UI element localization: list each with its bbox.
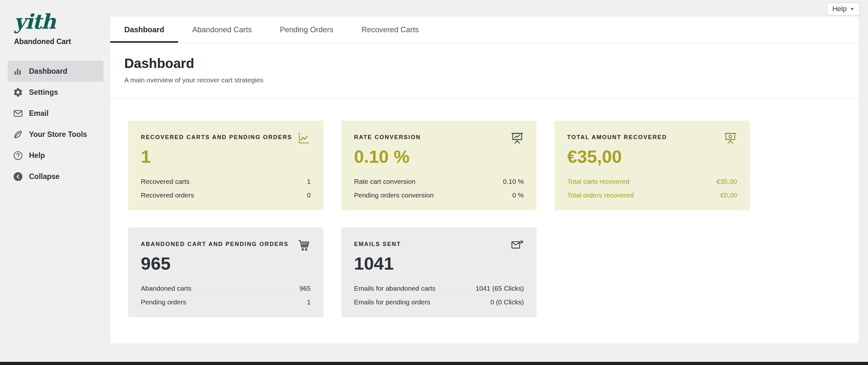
stat-row: Rate cart conversion 0.10 % [354, 175, 524, 188]
sidebar-item-label: Collapse [29, 172, 60, 181]
stat-label: Recovered carts [141, 178, 190, 186]
stat-label: Emails for pending orders [354, 298, 430, 306]
sidebar: yith Abandoned Cart Dashboard Settings [0, 0, 110, 365]
card-value: 965 [141, 254, 311, 273]
collapse-icon [13, 171, 23, 182]
page-header: Dashboard A main overview of your recove… [110, 43, 859, 98]
card-recovered-carts-and-pending-orders: RECOVERED CARTS AND PENDING ORDERS 1 Rec… [128, 121, 323, 210]
card-title: RATE CONVERSION [354, 132, 421, 141]
envelope-icon [13, 108, 23, 119]
stat-row: Emails for abandoned carts 1041 (65 Clic… [354, 282, 524, 295]
card-value: €35,00 [567, 147, 737, 166]
dashboard-content: RECOVERED CARTS AND PENDING ORDERS 1 Rec… [110, 98, 859, 317]
stat-value: 0 (0 Clicks) [490, 298, 524, 306]
sidebar-menu: Dashboard Settings Email [0, 61, 110, 187]
help-button-label: Help [832, 5, 847, 13]
tab-pending-orders[interactable]: Pending Orders [266, 17, 347, 43]
stat-value: 0 % [513, 191, 524, 199]
dashboard-chart-icon [13, 66, 23, 77]
stat-row: Recovered orders 0 [141, 188, 311, 202]
sidebar-item-label: Email [29, 109, 49, 118]
stat-value: €0,00 [720, 191, 737, 199]
gear-icon [13, 87, 23, 97]
stat-label: Abandoned carts [141, 285, 191, 292]
stat-row: Abandoned carts 965 [141, 282, 311, 295]
stat-row: Emails for pending orders 0 (0 Clicks) [354, 295, 524, 309]
sidebar-item-settings[interactable]: Settings [8, 82, 103, 103]
stat-label: Emails for abandoned carts [354, 285, 436, 292]
stat-cards-grid: RECOVERED CARTS AND PENDING ORDERS 1 Rec… [128, 121, 841, 317]
stat-label: Recovered orders [141, 191, 194, 199]
sidebar-item-collapse[interactable]: Collapse [8, 166, 103, 187]
card-total-amount-recovered: TOTAL AMOUNT RECOVERED €35,00 Total cart… [554, 121, 750, 210]
card-emails-sent: EMAILS SENT 1041 Emails for abandoned ca… [341, 227, 537, 317]
card-title: EMAILS SENT [354, 238, 401, 248]
question-circle-icon [13, 150, 23, 161]
page-subtitle: A main overview of your recover cart str… [124, 76, 845, 84]
tab-bar: Dashboard Abandoned Carts Pending Orders… [110, 17, 859, 43]
stat-label: Total orders recovered [567, 191, 634, 199]
stat-label: Total carts recovered [567, 178, 629, 186]
stat-row: Total carts recovered €35,00 [567, 175, 737, 188]
card-title: TOTAL AMOUNT RECOVERED [567, 132, 667, 141]
stat-row: Recovered carts 1 [141, 175, 311, 188]
stat-label: Pending orders conversion [354, 191, 434, 199]
card-value: 0.10 % [354, 147, 524, 166]
tab-abandoned-carts[interactable]: Abandoned Carts [178, 17, 266, 43]
sidebar-item-dashboard[interactable]: Dashboard [8, 61, 103, 82]
tab-recovered-carts[interactable]: Recovered Carts [347, 17, 433, 43]
cart-icon [297, 238, 311, 252]
stat-value: 0 [307, 191, 311, 199]
bottom-admin-bar [0, 362, 868, 365]
stat-row: Pending orders conversion 0 % [354, 188, 524, 202]
chevron-down-icon: ▼ [850, 7, 854, 11]
email-stats-icon [510, 238, 524, 252]
card-title: ABANDONED CART AND PENDING ORDERS [141, 238, 289, 248]
card-value: 1 [141, 147, 311, 166]
sidebar-item-label: Your Store Tools [29, 130, 87, 139]
stat-value: 965 [300, 285, 311, 292]
sidebar-item-label: Settings [29, 88, 58, 97]
stat-row: Pending orders 1 [141, 295, 311, 309]
card-rate-conversion: RATE CONVERSION 0.10 % Rate [341, 121, 537, 210]
plugin-name: Abandoned Cart [14, 37, 110, 46]
yith-logo: yith [14, 11, 110, 32]
line-chart-icon [297, 132, 311, 145]
stat-value: €35,00 [717, 178, 737, 186]
main-panel: Dashboard Abandoned Carts Pending Orders… [110, 17, 859, 344]
stat-value: 1 [307, 298, 311, 306]
page-title: Dashboard [124, 56, 845, 71]
card-abandoned-cart-and-pending-orders: ABANDONED CART AND PENDING ORDERS 965 [128, 227, 323, 317]
stat-value: 1 [307, 178, 311, 186]
presentation-chart-icon [510, 132, 524, 145]
stat-label: Pending orders [141, 298, 186, 306]
sidebar-item-label: Help [29, 151, 45, 160]
plugin-logo: yith Abandoned Cart [0, 0, 110, 46]
stat-value: 1041 (65 Clicks) [475, 285, 524, 292]
sidebar-item-help[interactable]: Help [8, 145, 103, 166]
money-board-icon [724, 132, 737, 145]
stat-value: 0.10 % [503, 178, 524, 186]
help-button[interactable]: Help ▼ [827, 3, 860, 15]
card-title: RECOVERED CARTS AND PENDING ORDERS [141, 132, 292, 141]
sidebar-item-email[interactable]: Email [8, 103, 103, 124]
card-value: 1041 [354, 254, 524, 273]
store-tools-icon [13, 129, 23, 140]
sidebar-item-label: Dashboard [29, 67, 67, 76]
sidebar-item-your-store-tools[interactable]: Your Store Tools [8, 124, 103, 145]
stat-row: Total orders recovered €0,00 [567, 188, 737, 202]
stat-label: Rate cart conversion [354, 178, 415, 186]
tab-dashboard[interactable]: Dashboard [110, 17, 178, 43]
